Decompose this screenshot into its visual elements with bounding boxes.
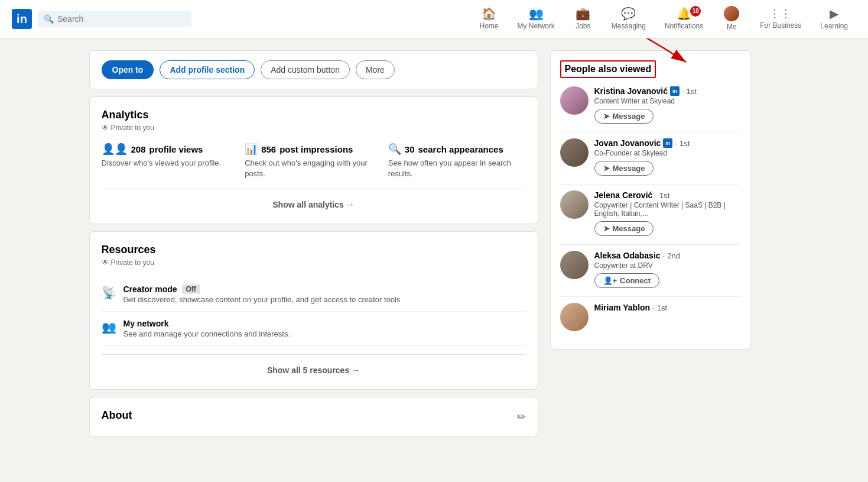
nav-me[interactable]: Me — [714, 0, 749, 38]
creator-mode-icon: 📡 — [102, 286, 116, 300]
search-bar[interactable]: 🔍 — [38, 11, 191, 27]
about-title: About — [102, 409, 132, 422]
my-network-item[interactable]: 👥 My network See and manage your connect… — [102, 312, 526, 346]
list-item: Aleksa Odabasic · 2nd Copywriter at DRV … — [560, 251, 741, 288]
avatar — [560, 303, 589, 331]
message-button[interactable]: ➤ Message — [594, 221, 654, 236]
creator-mode-desc: Get discovered, showcase content on your… — [123, 295, 401, 304]
person-degree: · — [652, 303, 655, 312]
post-impressions-label: post impressions — [279, 144, 353, 154]
creator-mode-text: Creator mode Off Get discovered, showcas… — [123, 284, 401, 304]
post-impressions-icon: 📊 — [245, 143, 258, 156]
nav-me-label: Me — [727, 22, 737, 31]
action-bar: Open to Add profile section Add custom b… — [89, 50, 538, 89]
connect-button[interactable]: 👤+ Connect — [594, 273, 660, 288]
navbar: in 🔍 🏠 Home 👥 My Network 💼 Jobs 💬 Messag… — [0, 0, 868, 38]
nav-home[interactable]: 🏠 Home — [471, 0, 506, 38]
me-avatar — [724, 6, 739, 21]
about-card: About ✏ — [89, 397, 538, 436]
search-icon: 🔍 — [44, 14, 54, 24]
nav-messaging[interactable]: 💬 Messaging — [603, 0, 654, 38]
person-role: Content Writer at Skylead — [594, 97, 697, 105]
analytics-card: Analytics 👁 Private to you 👤👤 208 profil… — [89, 96, 538, 224]
message-button[interactable]: ➤ Message — [594, 161, 654, 176]
nav-my-network[interactable]: 👥 My Network — [509, 0, 563, 38]
profile-views-label: profile views — [149, 144, 203, 154]
search-appearances-desc: See how often you appear in search resul… — [388, 158, 526, 179]
jobs-icon: 💼 — [576, 7, 590, 21]
creator-mode-title: Creator mode — [123, 284, 177, 294]
list-item: Kristina Jovanović in · 1st Content Writ… — [560, 86, 741, 124]
search-input[interactable] — [57, 14, 186, 24]
person-role: Co-Founder at Skylead — [594, 149, 690, 157]
eye-icon: 👁 — [102, 124, 109, 132]
list-item: Miriam Yablon · 1st — [560, 303, 741, 331]
person-info: Miriam Yablon · 1st — [594, 303, 668, 312]
notifications-badge: 18 — [690, 6, 701, 17]
linkedin-badge-icon: in — [663, 138, 672, 148]
connect-icon: 👤+ — [603, 276, 617, 285]
avatar — [560, 251, 589, 279]
message-icon: ➤ — [603, 164, 610, 173]
nav-learning[interactable]: ▶ Learning — [812, 0, 856, 38]
nav-for-business[interactable]: ⋮⋮ For Business — [752, 0, 810, 38]
learning-icon: ▶ — [830, 7, 838, 21]
left-column: Open to Add profile section Add custom b… — [89, 50, 538, 444]
analytics-post-impressions[interactable]: 📊 856 post impressions Check out who's e… — [245, 143, 382, 179]
for-business-icon: ⋮⋮ — [769, 7, 792, 20]
person-degree-value: 2nd — [667, 251, 680, 260]
nav-notifications[interactable]: 🔔 18 Notifications — [656, 0, 711, 38]
post-impressions-count: 856 — [261, 144, 276, 154]
message-icon: ➤ — [603, 224, 610, 233]
my-network-icon: 👥 — [529, 7, 544, 21]
about-edit-icon[interactable]: ✏ — [517, 410, 526, 423]
people-also-viewed-card: People also viewed Kristina Jovanović in… — [550, 50, 751, 350]
message-button[interactable]: ➤ Message — [594, 109, 654, 124]
nav-my-network-label: My Network — [518, 22, 555, 30]
nav-notifications-label: Notifications — [665, 22, 703, 30]
nav-jobs[interactable]: 💼 Jobs — [565, 0, 601, 38]
avatar-image — [724, 6, 739, 21]
my-network-desc: See and manage your connections and inte… — [123, 329, 291, 338]
list-item: Jovan Jovanovic in · 1st Co-Founder at S… — [560, 138, 741, 176]
notifications-icon: 🔔 — [677, 7, 691, 21]
person-name: Aleksa Odabasic — [594, 251, 661, 260]
person-role: Copywriter at DRV — [594, 261, 680, 270]
person-name: Jelena Cerović — [594, 190, 653, 200]
red-arrow — [633, 44, 751, 92]
add-profile-section-button[interactable]: Add profile section — [160, 60, 255, 79]
person-info: Aleksa Odabasic · 2nd Copywriter at DRV … — [594, 251, 680, 288]
avatar — [560, 138, 589, 167]
person-name: Miriam Yablon — [594, 303, 651, 312]
person-degree: · — [663, 251, 665, 260]
analytics-private-label: 👁 Private to you — [102, 124, 526, 132]
eye-icon-resources: 👁 — [102, 258, 109, 267]
person-degree-value: 1st — [657, 303, 667, 312]
my-network-resource-icon: 👥 — [102, 320, 116, 334]
analytics-title: Analytics — [102, 109, 526, 121]
person-info: Kristina Jovanović in · 1st Content Writ… — [594, 86, 697, 124]
search-appearances-label: search appearances — [418, 144, 503, 154]
open-to-button[interactable]: Open to — [102, 60, 154, 79]
person-info: Jelena Cerović · 1st Copywriter | Conten… — [594, 190, 741, 236]
profile-views-count: 208 — [131, 144, 146, 154]
analytics-search-appearances[interactable]: 🔍 30 search appearances See how often yo… — [388, 143, 526, 179]
home-icon: 🏠 — [482, 7, 496, 21]
nav-jobs-label: Jobs — [576, 22, 590, 30]
person-role: Copywriter | Content Writer | SaaS | B2B… — [594, 201, 741, 218]
person-degree-value: 1st — [680, 139, 690, 148]
add-custom-button-button[interactable]: Add custom button — [261, 60, 350, 79]
creator-mode-badge: Off — [182, 284, 200, 294]
my-network-text: My network See and manage your connectio… — [123, 319, 291, 338]
main-layout: Open to Add profile section Add custom b… — [80, 38, 789, 455]
analytics-profile-views[interactable]: 👤👤 208 profile views Discover who's view… — [102, 143, 239, 179]
more-button[interactable]: More — [356, 60, 395, 79]
show-all-analytics[interactable]: Show all analytics → — [102, 198, 526, 212]
nav-messaging-label: Messaging — [612, 22, 646, 30]
person-degree: · — [655, 191, 657, 200]
creator-mode-item[interactable]: 📡 Creator mode Off Get discovered, showc… — [102, 277, 526, 312]
my-network-title: My network — [123, 319, 169, 328]
linkedin-logo[interactable]: in — [12, 9, 32, 29]
show-all-resources[interactable]: Show all 5 resources → — [102, 363, 526, 377]
nav-home-label: Home — [479, 22, 498, 30]
